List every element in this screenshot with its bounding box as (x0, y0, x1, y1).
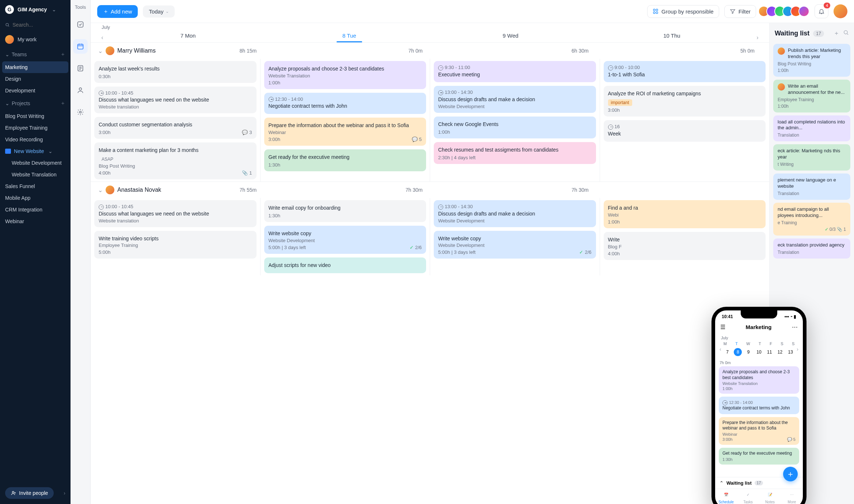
task-card[interactable]: Analyze last week's results0:30h (94, 61, 257, 83)
task-card[interactable]: Analyze the ROI of marketing campaignsim… (604, 86, 766, 117)
add-team-icon[interactable]: ＋ (60, 51, 65, 58)
phone-tab[interactable]: 📝Notes (759, 489, 781, 504)
people-icon[interactable] (73, 83, 88, 98)
waiting-card[interactable]: eck translation provided agencyTranslati… (773, 238, 850, 259)
day-tab[interactable]: 9 Wed (430, 27, 591, 42)
task-card[interactable]: 13:00 - 14:30Discuss design drafts and m… (434, 200, 596, 227)
add-project-icon[interactable]: ＋ (60, 100, 65, 107)
task-card[interactable]: WriteBlog F4:00h (604, 232, 766, 260)
project-item[interactable]: Mobile App (0, 192, 71, 204)
phone-more-icon[interactable]: ⋯ (792, 324, 798, 331)
notes-icon[interactable] (73, 61, 88, 76)
next-week-button[interactable]: › (752, 27, 763, 42)
task-card[interactable]: 16Week (604, 120, 766, 141)
phone-tab[interactable]: 📅Schedule (715, 489, 737, 504)
task-card[interactable]: Check new Google Events1:00h (434, 117, 596, 138)
team-item-development[interactable]: Development (0, 85, 71, 96)
project-item[interactable]: CRM Integration (0, 204, 71, 215)
project-item[interactable]: Sales Funnel (0, 180, 71, 192)
task-card[interactable]: 9:30 - 11:00Executive meeting (434, 61, 596, 82)
phone-menu-icon[interactable]: ☰ (720, 324, 725, 331)
task-card[interactable]: 13:00 - 14:30Discuss design drafts and m… (434, 86, 596, 112)
phone-date[interactable]: 12 (776, 350, 784, 355)
phone-task-card[interactable]: Analyze proposals and choose 2-3 best ca… (719, 366, 799, 394)
notifications-button[interactable]: 4 (815, 4, 828, 18)
project-item[interactable]: Video Recording (0, 134, 71, 145)
search-waiting-icon[interactable] (843, 30, 849, 37)
phone-task-card[interactable]: Prepare the information about the webina… (719, 417, 799, 445)
group-by-button[interactable]: Group by responsible (647, 5, 719, 18)
org-switcher[interactable]: G GIM Agency ⌄ (0, 0, 71, 19)
phone-tab[interactable]: ✓Tasks (737, 489, 759, 504)
phone-date[interactable]: 8 (734, 348, 742, 356)
day-tab[interactable]: 7 Mon (107, 27, 269, 42)
phone-date[interactable]: 7 (724, 350, 732, 355)
task-card[interactable]: Write website copyWebsite Development5:0… (434, 231, 596, 259)
avatar-stack[interactable] (761, 6, 809, 17)
invite-people-button[interactable]: Invite people (5, 487, 54, 499)
filter-button[interactable]: Filter (724, 5, 756, 18)
waiting-list-title: Waiting list (775, 30, 809, 37)
task-card[interactable]: Conduct customer segmentation analysis3:… (94, 117, 257, 139)
today-button[interactable]: Today ⌄ (143, 5, 175, 18)
phone-date[interactable]: 9 (744, 350, 752, 355)
waiting-card[interactable]: nd email campaign to all ployees introdu… (773, 203, 850, 236)
phone-next-icon[interactable]: › (797, 346, 798, 352)
project-item[interactable]: Blog Post Writing (0, 110, 71, 122)
profile-avatar[interactable] (834, 4, 847, 18)
phone-date[interactable]: 11 (766, 350, 774, 355)
task-card[interactable]: Analyze proposals and choose 2-3 best ca… (264, 61, 426, 89)
chevron-down-icon[interactable]: ⌄ (98, 47, 103, 54)
team-item-marketing[interactable]: Marketing (2, 61, 68, 73)
task-card[interactable]: Adjust scripts for new video (264, 257, 426, 273)
project-item[interactable]: Employee Training (0, 122, 71, 134)
task-title: Discuss what languages we need on the we… (99, 96, 252, 103)
project-sub-item[interactable]: Website Development (0, 157, 71, 169)
task-card[interactable]: Write training video scriptsEmployee Tra… (94, 231, 257, 259)
add-new-button[interactable]: ＋ Add new (97, 5, 138, 18)
tasks-icon[interactable] (73, 17, 88, 32)
waiting-card[interactable]: plement new language on e websiteTransla… (773, 173, 850, 200)
calendar-icon[interactable] (73, 39, 88, 54)
settings-icon[interactable] (73, 105, 88, 119)
projects-header[interactable]: ⌄ Projects ＋ (0, 96, 71, 110)
day-tab[interactable]: 10 Thu (591, 27, 752, 42)
task-duration: 1:30h (269, 162, 281, 168)
search-box[interactable] (5, 22, 65, 28)
day-tab[interactable]: 8 Tue (269, 27, 430, 42)
chevron-down-icon[interactable]: ⌄ (98, 187, 103, 194)
task-card[interactable]: Get ready for the executive meeting1:30h (264, 149, 426, 171)
task-card[interactable]: Find a and raWebi1:00h (604, 200, 766, 228)
project-item[interactable]: Webinar (0, 215, 71, 227)
phone-tab[interactable]: ⋯More (781, 489, 803, 504)
project-sub-item[interactable]: Website Translation (0, 169, 71, 180)
team-item-design[interactable]: Design (0, 73, 71, 85)
teams-header[interactable]: ⌄ Teams ＋ (0, 47, 71, 61)
task-card[interactable]: 10:00 - 10:45Discuss what languages we n… (94, 200, 257, 227)
chevron-right-icon[interactable]: › (64, 490, 65, 496)
phone-date[interactable]: 13 (786, 350, 794, 355)
task-card[interactable]: Check resumes and test assigments from c… (434, 142, 596, 164)
add-waiting-icon[interactable]: ＋ (834, 30, 839, 37)
my-work-link[interactable]: My work (0, 31, 71, 47)
phone-task-card[interactable]: Get ready for the executive meeting1:30h (719, 448, 799, 465)
search-input[interactable] (12, 22, 65, 28)
task-card[interactable]: Prepare the information about the webina… (264, 118, 426, 146)
phone-tab-label: Tasks (743, 500, 753, 504)
waiting-card[interactable]: eck article: Marketing nds this yeart Wr… (773, 144, 850, 171)
waiting-card[interactable]: load all completed nslations into the ad… (773, 115, 850, 142)
waiting-card[interactable]: Write an email announcement for the ne..… (773, 80, 850, 112)
project-folder[interactable]: New Website ⌄ (0, 145, 71, 157)
phone-add-button[interactable]: ＋ (783, 467, 798, 481)
task-card[interactable]: 9:00 - 10:001-to-1 with Sofia (604, 61, 766, 82)
task-card[interactable]: 12:30 - 14:00Negotiate contract terms wi… (264, 93, 426, 114)
phone-task-card[interactable]: 12:30 - 14:00Negotiate contract terms wi… (719, 397, 799, 414)
task-card[interactable]: 10:00 - 10:45Discuss what languages we n… (94, 87, 257, 113)
task-card[interactable]: Write website copyWebsite Development5:0… (264, 226, 426, 254)
task-card[interactable]: Write email copy for onboarding1:30h (264, 200, 426, 222)
folder-label: New Website (14, 148, 44, 154)
phone-task-footer: 3:00h💬 5 (722, 437, 796, 442)
task-card[interactable]: Make a content marketing plan for 3 mont… (94, 142, 257, 179)
phone-date[interactable]: 10 (755, 350, 763, 355)
waiting-card[interactable]: Publish article: Marketing trends this y… (773, 44, 850, 77)
